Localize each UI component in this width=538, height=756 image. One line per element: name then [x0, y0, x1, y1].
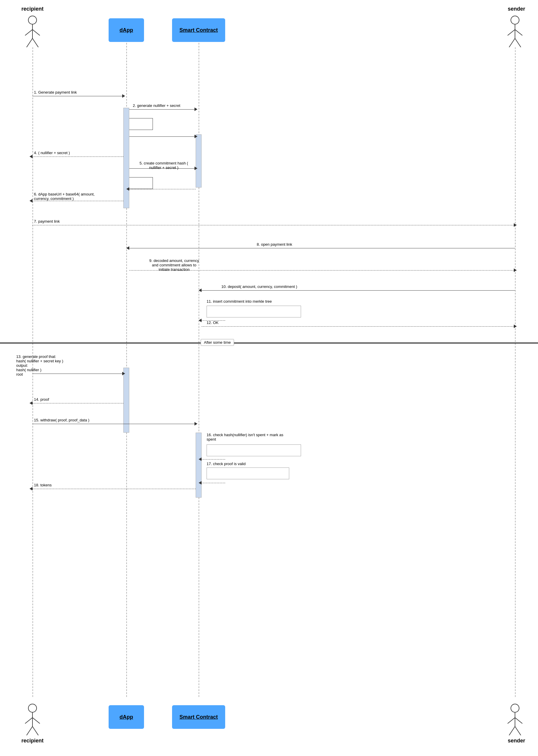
actor-sender-bottom — [505, 703, 525, 736]
arrow-step14 — [32, 403, 123, 403]
divider-label: After some time — [201, 339, 234, 346]
label-sender-top: sender — [505, 6, 528, 12]
label-step15: 15. withdraw( proof, proof_data ) — [34, 418, 89, 422]
arrowhead-step8 — [126, 246, 129, 250]
label-step16: 16. check hash(nullifier) isn't spent + … — [207, 433, 307, 441]
label-step11: 11. insert commitment into merkle tree — [207, 299, 272, 304]
label-step14: 14. proof — [34, 397, 49, 402]
arrowhead-return-step17 — [199, 481, 201, 485]
arrow-step4 — [32, 156, 123, 157]
box-dapp-top: dApp — [109, 18, 144, 42]
arrow-return-sc-dapp — [129, 189, 196, 189]
actor-recipient-bottom — [22, 703, 43, 736]
svg-line-17 — [32, 727, 38, 735]
box-smartcontract-bottom: Smart Contract — [172, 705, 225, 729]
arrowhead-step14 — [29, 401, 32, 405]
label-step7: 7. payment link — [34, 219, 60, 223]
arrowhead-step6 — [29, 199, 32, 203]
svg-point-12 — [28, 704, 36, 712]
sequence-diagram: recipient dApp Smart Contract sender 1. … — [0, 0, 538, 756]
actor-sender-top — [505, 15, 525, 48]
label-step6: 6. dApp baseUrl + base64( amount,currenc… — [34, 192, 123, 201]
label-recipient-bottom: recipient — [15, 738, 50, 744]
svg-line-14 — [25, 718, 32, 724]
label-step2: 2. generate nullifier + secret — [133, 103, 198, 108]
arrowhead-step12 — [514, 324, 517, 328]
label-step13: 13. generate proof that:hash( nullifier … — [16, 354, 120, 377]
self-arrow-dapp-1 — [129, 118, 153, 130]
arrowhead-step4 — [29, 155, 32, 158]
label-step4: 4. ( nullifier + secret ) — [34, 150, 120, 155]
label-recipient-top: recipient — [15, 6, 50, 12]
label-step8: 8. open payment link — [257, 242, 292, 247]
svg-line-2 — [25, 29, 32, 35]
svg-line-22 — [509, 727, 515, 735]
self-arrow-dapp-2 — [129, 177, 153, 189]
label-step12: 12. OK — [207, 320, 218, 325]
divider-line — [0, 343, 538, 343]
svg-line-8 — [508, 29, 515, 35]
arrowhead-step9 — [514, 268, 517, 272]
arrow-return-step17 — [201, 483, 225, 483]
label-step9: 9. decoded amount, currencyand commitmen… — [133, 259, 215, 272]
label-step1: 1. Generate payment link — [34, 90, 120, 94]
activation-smartcontract-2 — [196, 433, 201, 497]
arrowhead-return-step11 — [199, 319, 201, 322]
svg-line-16 — [27, 727, 32, 735]
label-step5: 5. create commitment hash (nullifier + s… — [131, 161, 196, 170]
svg-line-15 — [32, 718, 40, 724]
arrowhead-step2 — [194, 107, 197, 111]
label-sender-bottom: sender — [505, 738, 528, 744]
svg-point-6 — [511, 16, 519, 24]
arrow-step6 — [32, 201, 123, 201]
svg-point-0 — [28, 16, 36, 24]
svg-line-23 — [515, 727, 521, 735]
actor-recipient-top — [22, 15, 43, 48]
arrow-step8 — [129, 248, 515, 248]
svg-line-20 — [508, 718, 515, 724]
arrow-step3 — [129, 137, 196, 137]
note-step11 — [207, 306, 301, 318]
svg-line-5 — [32, 38, 38, 47]
label-step18: 18. tokens — [34, 483, 52, 487]
note-step17 — [207, 467, 289, 479]
arrow-step10 — [201, 290, 515, 291]
arrowhead-step15 — [194, 422, 197, 426]
svg-line-21 — [515, 718, 522, 724]
svg-point-18 — [511, 704, 519, 712]
activation-dapp-2 — [123, 368, 129, 433]
svg-line-3 — [32, 29, 40, 35]
arrowhead-step10 — [199, 289, 201, 292]
activation-dapp-1 — [123, 108, 129, 208]
box-smartcontract-top: Smart Contract — [172, 18, 225, 42]
note-step16 — [207, 444, 301, 456]
arrow-step7 — [32, 225, 515, 225]
label-step17: 17. check proof is valid — [207, 462, 245, 466]
arrowhead-step13 — [122, 372, 125, 375]
arrowhead-return-sc-dapp — [126, 187, 129, 191]
arrowhead-step3 — [194, 135, 197, 138]
svg-line-11 — [515, 38, 521, 47]
arrowhead-return-step16 — [199, 457, 201, 461]
arrow-step2 — [129, 109, 196, 110]
arrowhead-step18 — [29, 487, 32, 491]
svg-line-10 — [509, 38, 515, 47]
arrow-step18 — [32, 489, 196, 489]
svg-line-9 — [515, 29, 522, 35]
activation-smartcontract-1 — [196, 134, 201, 188]
arrowhead-step7 — [514, 223, 517, 227]
box-dapp-bottom: dApp — [109, 705, 144, 729]
lifeline-sender — [515, 47, 515, 697]
svg-line-4 — [27, 38, 32, 47]
label-step10: 10. deposit( amount, currency, commitmen… — [221, 284, 297, 289]
arrowhead-step1 — [122, 94, 125, 98]
